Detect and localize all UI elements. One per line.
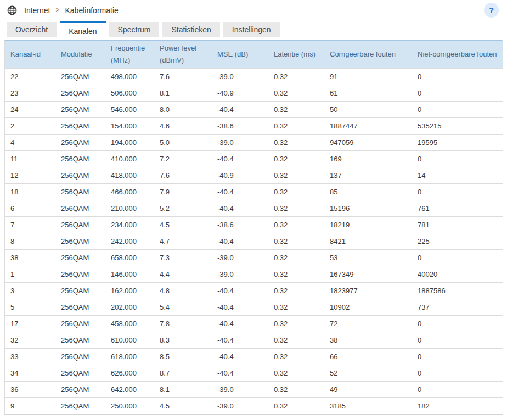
table-cell: 36 xyxy=(5,381,55,397)
table-header: Kanaal-id Modulatie Frequentie (MHz) Pow… xyxy=(5,41,503,68)
table-cell: 182 xyxy=(412,397,503,414)
table-cell: 0.32 xyxy=(268,68,324,85)
tab-instellingen[interactable]: Instellingen xyxy=(223,22,280,37)
tab-bar: OverzichtKanalenSpectrumStatistiekenInst… xyxy=(0,21,507,40)
table-cell: 256QAM xyxy=(55,101,105,117)
table-cell: 52 xyxy=(324,365,412,381)
table-row: 32256QAM610.0008.3-40.40.32380 xyxy=(5,332,503,348)
table-cell: 0 xyxy=(412,150,503,167)
column-header-kanaal-id: Kanaal-id xyxy=(5,41,55,68)
table-cell: 4.7 xyxy=(154,233,212,249)
table-cell: 410.000 xyxy=(105,150,154,167)
table-cell: 18219 xyxy=(324,216,412,233)
table-cell: 250.000 xyxy=(105,397,154,414)
table-cell: 0.32 xyxy=(268,117,324,134)
table-row: 8256QAM242.0004.7-40.40.328421225 xyxy=(5,233,503,249)
tab-spectrum[interactable]: Spectrum xyxy=(109,22,160,37)
table-cell: 34 xyxy=(5,365,55,381)
table-cell: 202.000 xyxy=(105,299,154,315)
table-cell: 0.32 xyxy=(268,134,324,150)
table-cell: 947059 xyxy=(324,134,412,150)
table-cell: 0 xyxy=(412,381,503,397)
table-cell: 14 xyxy=(412,167,503,183)
table-cell: 642.000 xyxy=(105,381,154,397)
table-cell: 225 xyxy=(412,233,503,249)
table-cell: 0 xyxy=(412,332,503,348)
table-cell: 8.5 xyxy=(154,348,212,365)
table-cell: 7.9 xyxy=(154,183,212,200)
column-header-modulatie: Modulatie xyxy=(55,41,105,68)
table-cell: 0.32 xyxy=(268,249,324,266)
table-row: 22256QAM498.0007.6-39.00.32910 xyxy=(5,68,503,85)
table-row: 5256QAM202.0005.4-40.40.3210902737 xyxy=(5,299,503,315)
table-cell: 781 xyxy=(412,216,503,233)
table-cell: 169 xyxy=(324,150,412,167)
help-button[interactable]: ? xyxy=(484,3,499,18)
table-row: 24256QAM546.0008.0-40.40.32500 xyxy=(5,101,503,117)
column-header-power-level: Power level (dBmV) xyxy=(154,41,212,68)
breadcrumb: Internet > Kabelinformatie ? xyxy=(0,0,507,21)
table-cell: 66 xyxy=(324,348,412,365)
table-cell: 458.000 xyxy=(105,315,154,332)
table-cell: 33 xyxy=(5,348,55,365)
column-header-latentie: Latentie (ms) xyxy=(268,41,324,68)
table-cell: 7.3 xyxy=(154,249,212,266)
column-header-frequentie: Frequentie (MHz) xyxy=(105,41,154,68)
table-row: 38256QAM658.0007.3-39.00.32530 xyxy=(5,249,503,266)
table-cell: 0 xyxy=(412,365,503,381)
table-cell: 18 xyxy=(5,183,55,200)
table-cell: 256QAM xyxy=(55,85,105,101)
table-cell: -40.4 xyxy=(212,150,268,167)
table-cell: 535215 xyxy=(412,117,503,134)
table-cell: 546.000 xyxy=(105,101,154,117)
table-cell: 38 xyxy=(5,249,55,266)
table-cell: 0.32 xyxy=(268,183,324,200)
table-cell: 0.32 xyxy=(268,233,324,249)
column-header-mse: MSE (dB) xyxy=(212,41,268,68)
table-body: 22256QAM498.0007.6-39.00.3291023256QAM50… xyxy=(5,68,503,414)
breadcrumb-link-internet[interactable]: Internet xyxy=(24,6,50,15)
table-cell: 4.5 xyxy=(154,397,212,414)
table-cell: 7.6 xyxy=(154,167,212,183)
table-cell: 256QAM xyxy=(55,348,105,365)
table-cell: 256QAM xyxy=(55,315,105,332)
table-cell: 256QAM xyxy=(55,365,105,381)
table-cell: 194.000 xyxy=(105,134,154,150)
tab-kanalen[interactable]: Kanalen xyxy=(60,21,105,40)
table-cell: -39.0 xyxy=(212,68,268,85)
table-cell: 23 xyxy=(5,85,55,101)
table-cell: 5 xyxy=(5,299,55,315)
table-cell: -39.0 xyxy=(212,397,268,414)
table-cell: 0 xyxy=(412,68,503,85)
table-cell: 256QAM xyxy=(55,282,105,299)
table-cell: 154.000 xyxy=(105,117,154,134)
table-cell: 53 xyxy=(324,249,412,266)
table-cell: 85 xyxy=(324,183,412,200)
table-cell: 6 xyxy=(5,200,55,216)
table-cell: -40.4 xyxy=(212,315,268,332)
table-cell: 0 xyxy=(412,315,503,332)
table-cell: 7.8 xyxy=(154,315,212,332)
table-cell: 91 xyxy=(324,68,412,85)
tab-overzicht[interactable]: Overzicht xyxy=(7,22,57,37)
table-cell: -40.4 xyxy=(212,101,268,117)
table-cell: 0.32 xyxy=(268,101,324,117)
table-cell: 618.000 xyxy=(105,348,154,365)
table-cell: 256QAM xyxy=(55,183,105,200)
table-cell: 1887447 xyxy=(324,117,412,134)
table-cell: 210.000 xyxy=(105,200,154,216)
table-cell: 72 xyxy=(324,315,412,332)
tab-statistieken[interactable]: Statistieken xyxy=(162,22,219,37)
table-cell: -40.4 xyxy=(212,200,268,216)
table-cell: 0.32 xyxy=(268,85,324,101)
table-cell: 256QAM xyxy=(55,381,105,397)
table-row: 36256QAM642.0008.1-39.00.32490 xyxy=(5,381,503,397)
table-row: 17256QAM458.0007.8-40.40.32720 xyxy=(5,315,503,332)
table-cell: 256QAM xyxy=(55,332,105,348)
table-cell: 256QAM xyxy=(55,397,105,414)
table-cell: 256QAM xyxy=(55,167,105,183)
table-cell: 8 xyxy=(5,233,55,249)
table-cell: 0.32 xyxy=(268,266,324,282)
table-row: 12256QAM418.0007.6-40.90.3213714 xyxy=(5,167,503,183)
table-cell: 8.1 xyxy=(154,381,212,397)
